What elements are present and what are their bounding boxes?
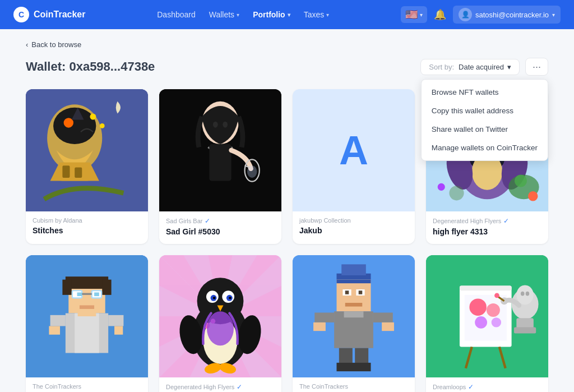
nft-card-5[interactable]: Degenerated High Flyers ✓ high flyer 371… [159, 255, 281, 392]
svg-point-119 [475, 316, 487, 329]
svg-rect-108 [382, 322, 394, 331]
page-header: Wallet: 0xa598...4738e Sort by: Date acq… [26, 58, 548, 76]
svg-point-129 [494, 293, 499, 298]
svg-point-33 [449, 186, 464, 200]
user-chevron: ▾ [552, 12, 555, 18]
svg-point-36 [528, 191, 538, 201]
flag-chevron: ▾ [420, 12, 423, 18]
svg-rect-97 [336, 280, 371, 284]
svg-rect-131 [514, 328, 536, 334]
svg-point-125 [521, 292, 525, 296]
dropdown-item-share[interactable]: Share wallet on Twitter [422, 120, 548, 139]
svg-point-7 [100, 123, 105, 128]
nft-card-4[interactable]: The CoinTrackers Shehan [26, 255, 148, 392]
svg-point-37 [438, 183, 445, 191]
sort-value: Date acquired [459, 63, 504, 71]
svg-point-83 [213, 297, 215, 299]
logo[interactable]: C CoinTracker [13, 7, 85, 22]
portfolio-chevron: ▾ [288, 12, 290, 18]
verified-icon-5: ✓ [237, 383, 242, 391]
nft-name-2: Jakub [299, 226, 408, 235]
main-nav: Dashboard Wallets ▾ Portfolio ▾ Taxes ▾ [103, 10, 383, 19]
nft-image-5 [159, 255, 281, 377]
nft-card-1[interactable]: Sad Girls Bar ✓ Sad Girl #5030 [159, 89, 281, 244]
nft-info-1: Sad Girls Bar ✓ Sad Girl #5030 [159, 211, 281, 244]
svg-rect-47 [77, 292, 82, 296]
svg-rect-111 [336, 363, 354, 371]
taxes-chevron: ▾ [326, 12, 329, 18]
logo-text: CoinTracker [34, 10, 85, 20]
more-options-button[interactable]: ··· [525, 58, 548, 76]
wallet-address: 0xa598...4738e [69, 59, 155, 73]
nft-info-7: Dreamloops ✓ Dreamloop #1042 [426, 377, 548, 392]
verified-icon-3: ✓ [503, 217, 509, 225]
nft-card-2[interactable]: A jakubwp Collection Jakub [293, 89, 415, 244]
nft-info-4: The CoinTrackers Shehan [26, 377, 148, 392]
nav-portfolio[interactable]: Portfolio ▾ [253, 10, 290, 19]
svg-rect-110 [355, 348, 368, 366]
svg-rect-53 [50, 315, 66, 326]
user-menu-button[interactable]: 👤 satoshi@cointracker.io ▾ [453, 6, 561, 24]
bell-icon[interactable]: 🔔 [434, 8, 446, 21]
svg-point-84 [229, 297, 231, 299]
svg-point-126 [526, 292, 530, 296]
nav-taxes[interactable]: Taxes ▾ [304, 10, 330, 19]
sort-chevron: ▾ [507, 63, 511, 71]
avatar: 👤 [459, 8, 472, 21]
dropdown-item-copy[interactable]: Copy this wallet address [422, 102, 548, 120]
svg-rect-104 [344, 311, 364, 317]
flag-emoji: 🇺🇸 [405, 8, 418, 21]
svg-point-35 [515, 175, 527, 187]
svg-rect-48 [94, 292, 99, 296]
nft-image-6 [293, 255, 415, 377]
svg-rect-40 [66, 276, 108, 289]
svg-rect-102 [345, 303, 363, 307]
svg-rect-95 [341, 264, 366, 275]
nft-image-2: A [293, 89, 415, 211]
svg-rect-106 [373, 312, 393, 322]
svg-point-124 [516, 285, 534, 305]
svg-rect-112 [354, 363, 371, 371]
nft-name-1: Sad Girl #5030 [166, 227, 275, 236]
sort-button[interactable]: Sort by: Date acquired ▾ [420, 59, 520, 75]
dropdown-item-browse[interactable]: Browse NFT wallets [422, 83, 548, 102]
wallet-label: Wallet: [26, 59, 66, 73]
nft-info-6: The CoinTrackers Jakub [293, 377, 415, 392]
back-link[interactable]: ‹ Back to browse [26, 40, 548, 49]
header-right: 🇺🇸 ▾ 🔔 👤 satoshi@cointracker.io ▾ [401, 6, 561, 24]
nft-info-3: Degenerated High Flyers ✓ high flyer 431… [426, 211, 548, 244]
svg-point-120 [492, 317, 501, 327]
nft-card-6[interactable]: The CoinTrackers Jakub [293, 255, 415, 392]
nft-collection-1: Sad Girls Bar ✓ [166, 217, 275, 225]
flag-button[interactable]: 🇺🇸 ▾ [401, 6, 427, 23]
svg-point-90 [207, 311, 234, 345]
verified-icon-7: ✓ [468, 383, 474, 391]
svg-rect-52 [75, 313, 99, 353]
main-content: ‹ Back to browse Wallet: 0xa598...4738e … [12, 29, 562, 392]
svg-rect-96 [336, 280, 371, 312]
svg-rect-56 [114, 326, 123, 334]
svg-rect-115 [460, 286, 512, 291]
nft-card-7[interactable]: Dreamloops ✓ Dreamloop #1042 [426, 255, 548, 392]
header: C CoinTracker Dashboard Wallets ▾ Portfo… [0, 0, 574, 29]
nft-info-2: jakubwp Collection Jakub [293, 211, 415, 243]
nav-wallets[interactable]: Wallets ▾ [209, 10, 239, 19]
svg-point-13 [223, 122, 228, 128]
nft-collection-4: The CoinTrackers [33, 383, 141, 390]
nft-name-3: high flyer 4313 [433, 227, 541, 236]
svg-rect-50 [80, 305, 94, 309]
nft-collection-6: The CoinTrackers [299, 383, 408, 390]
svg-point-6 [90, 114, 96, 120]
svg-point-118 [487, 303, 500, 317]
nft-collection-5: Degenerated High Flyers ✓ [166, 383, 275, 391]
svg-rect-41 [62, 280, 71, 295]
nft-card-0[interactable]: Cubism by Aldana Stitches [26, 89, 148, 244]
svg-rect-107 [313, 322, 326, 331]
svg-rect-100 [345, 290, 349, 294]
svg-rect-101 [359, 290, 363, 294]
verified-icon-1: ✓ [205, 217, 210, 225]
nav-dashboard[interactable]: Dashboard [157, 10, 196, 19]
nft-collection-0: Cubism by Aldana [33, 217, 141, 224]
page-title: Wallet: 0xa598...4738e [26, 59, 155, 74]
dropdown-item-manage[interactable]: Manage wallets on CoinTracker [422, 139, 548, 157]
